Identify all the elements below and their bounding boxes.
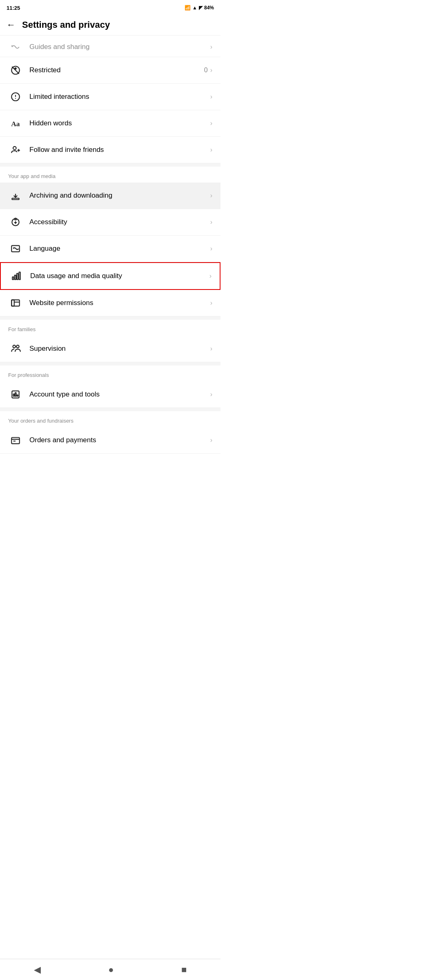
menu-item-hidden-words[interactable]: Aa Hidden words › <box>0 110 220 137</box>
back-button[interactable]: ← <box>7 20 16 30</box>
svg-point-17 <box>13 247 14 249</box>
svg-point-25 <box>13 345 16 348</box>
account-type-chevron: › <box>210 391 212 398</box>
svg-rect-18 <box>12 277 13 280</box>
svg-rect-23 <box>11 300 14 306</box>
account-type-icon <box>8 387 23 402</box>
restricted-badge: 0 <box>204 67 208 74</box>
svg-rect-19 <box>15 275 16 280</box>
supervision-icon <box>8 341 23 356</box>
svg-point-2 <box>14 67 16 69</box>
account-type-label: Account type and tools <box>29 390 210 399</box>
page-title: Settings and privacy <box>22 20 110 30</box>
signal-icon: 📶 <box>185 5 191 11</box>
follow-chevron: › <box>210 146 212 154</box>
limited-chevron: › <box>210 93 212 100</box>
svg-rect-20 <box>17 274 18 280</box>
guides-icon <box>8 40 23 54</box>
battery-icon: 84% <box>204 5 214 11</box>
data-usage-icon <box>9 269 24 283</box>
menu-item-restricted[interactable]: Restricted 0 › <box>0 57 220 84</box>
hidden-words-icon: Aa <box>8 116 23 131</box>
svg-rect-31 <box>11 438 20 444</box>
header: ← Settings and privacy <box>0 15 220 36</box>
limited-icon <box>8 89 23 104</box>
section-label-app-media: Your app and media <box>0 167 220 183</box>
menu-item-orders[interactable]: Orders and payments › <box>0 427 220 454</box>
restricted-icon <box>8 63 23 78</box>
guides-label: Guides and sharing <box>29 43 210 51</box>
data-usage-label: Data usage and media quality <box>30 272 209 280</box>
language-label: Language <box>29 245 210 253</box>
status-icons: 📶 ▲ ◤ 84% <box>185 5 214 11</box>
svg-rect-30 <box>17 395 18 396</box>
restricted-chevron: › <box>210 67 212 74</box>
status-bar: 11:25 📶 ▲ ◤ 84% <box>0 0 220 15</box>
hidden-words-label: Hidden words <box>29 119 210 127</box>
section-divider-4 <box>0 408 220 411</box>
limited-label: Limited interactions <box>29 93 210 101</box>
status-time: 11:25 <box>7 5 20 11</box>
menu-item-website[interactable]: Website permissions › <box>0 290 220 316</box>
orders-label: Orders and payments <box>29 436 210 444</box>
guides-chevron: › <box>210 43 212 51</box>
accessibility-icon <box>8 215 23 229</box>
svg-rect-29 <box>15 393 16 396</box>
menu-item-limited[interactable]: Limited interactions › <box>0 84 220 110</box>
hidden-words-chevron: › <box>210 120 212 127</box>
svg-rect-28 <box>13 394 15 396</box>
svg-rect-21 <box>19 272 20 279</box>
supervision-label: Supervision <box>29 345 210 353</box>
language-chevron: › <box>210 245 212 252</box>
menu-item-guides[interactable]: Guides and sharing › <box>0 36 220 57</box>
website-chevron: › <box>210 299 212 307</box>
archiving-icon <box>8 188 23 203</box>
menu-item-archiving[interactable]: Archiving and downloading › <box>0 183 220 209</box>
svg-point-7 <box>13 147 16 150</box>
website-label: Website permissions <box>29 299 210 307</box>
archiving-label: Archiving and downloading <box>29 192 210 200</box>
wifi-icon: ▲ <box>192 5 197 11</box>
website-icon <box>8 296 23 310</box>
restricted-label: Restricted <box>29 66 204 74</box>
accessibility-label: Accessibility <box>29 218 210 226</box>
accessibility-chevron: › <box>210 218 212 226</box>
section-divider-3 <box>0 362 220 365</box>
supervision-chevron: › <box>210 345 212 352</box>
language-icon <box>8 241 23 256</box>
section-divider-1 <box>0 163 220 167</box>
svg-rect-22 <box>11 300 20 306</box>
menu-item-language[interactable]: Language › <box>0 236 220 262</box>
svg-point-26 <box>16 345 19 348</box>
follow-label: Follow and invite friends <box>29 146 210 154</box>
menu-item-account-type[interactable]: Account type and tools › <box>0 381 220 408</box>
svg-text:Aa: Aa <box>11 120 20 128</box>
menu-item-accessibility[interactable]: Accessibility › <box>0 209 220 236</box>
menu-item-follow[interactable]: Follow and invite friends › <box>0 137 220 163</box>
follow-icon <box>8 143 23 157</box>
network-icon: ◤ <box>199 5 203 11</box>
section-label-families: For families <box>0 320 220 336</box>
svg-point-5 <box>15 98 16 99</box>
orders-chevron: › <box>210 437 212 444</box>
section-label-professionals: For professionals <box>0 365 220 381</box>
menu-item-data-usage[interactable]: Data usage and media quality › <box>0 262 220 290</box>
svg-rect-11 <box>12 198 19 200</box>
section-divider-2 <box>0 316 220 320</box>
archiving-chevron: › <box>210 192 212 199</box>
orders-icon <box>8 433 23 448</box>
data-usage-chevron: › <box>209 272 212 280</box>
section-label-orders: Your orders and fundraisers <box>0 411 220 427</box>
menu-item-supervision[interactable]: Supervision › <box>0 336 220 362</box>
